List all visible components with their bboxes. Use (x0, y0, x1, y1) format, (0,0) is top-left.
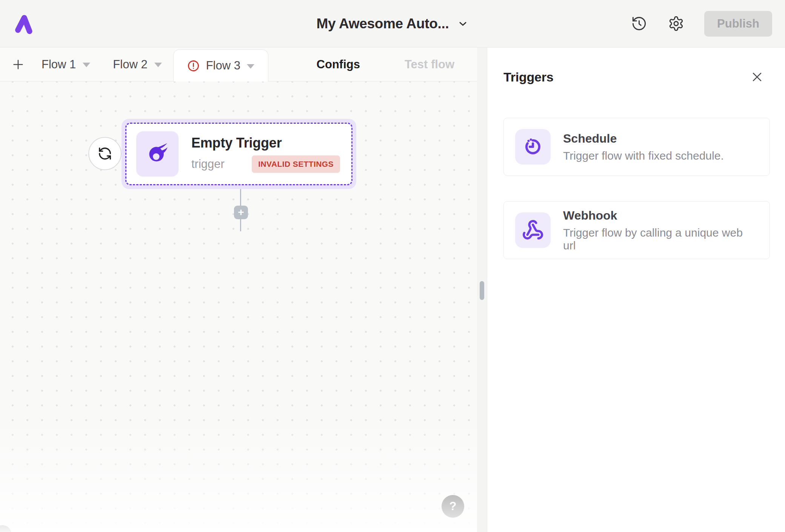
topbar: My Awesome Auto... Publish (0, 0, 785, 48)
schedule-description: Trigger flow with fixed schedule. (563, 149, 724, 162)
topbar-actions: Publish (630, 11, 772, 37)
schedule-title: Schedule (563, 132, 724, 146)
tab-flow-1-label: Flow 1 (42, 58, 76, 71)
tab-flow-1[interactable]: Flow 1 (30, 48, 102, 81)
page-title: My Awesome Auto... (317, 16, 449, 32)
add-step-button[interactable]: + (234, 206, 248, 219)
schedule-iconbox (515, 129, 551, 165)
webhook-iconbox (515, 212, 551, 248)
trigger-node-text: Empty Trigger trigger INVALID SETTINGS (191, 135, 340, 173)
history-icon (631, 15, 647, 32)
gear-icon (668, 15, 684, 32)
refresh-icon (98, 146, 112, 161)
trigger-option-webhook[interactable]: Webhook Trigger flow by calling a unique… (503, 201, 770, 259)
tab-flow-2[interactable]: Flow 2 (102, 48, 173, 81)
history-button[interactable] (630, 15, 648, 32)
settings-button[interactable] (667, 15, 685, 32)
trigger-option-schedule[interactable]: Schedule Trigger flow with fixed schedul… (503, 118, 770, 176)
invalid-settings-badge: INVALID SETTINGS (252, 155, 340, 173)
tab-flow-1-caret-icon[interactable] (83, 63, 90, 67)
flame-icon (144, 141, 171, 167)
tab-flow-2-caret-icon[interactable] (154, 63, 162, 67)
invalid-warning-icon (187, 60, 200, 72)
trigger-node-subrow: trigger INVALID SETTINGS (191, 155, 340, 173)
app-window: My Awesome Auto... Publish (0, 0, 785, 532)
tabrow-right: Configs Test flow (317, 48, 477, 81)
flow-tabs-bar: Flow 1 Flow 2 Flow 3 Configs Test flow (0, 48, 477, 81)
webhook-icon (522, 219, 544, 241)
panel-title: Triggers (503, 70, 554, 85)
configs-link[interactable]: Configs (317, 58, 360, 71)
canvas-bottom-fade (0, 419, 477, 532)
tab-flow-3[interactable]: Flow 3 (173, 49, 268, 81)
app-logo[interactable] (13, 13, 35, 35)
triggers-panel-header: Triggers (503, 69, 770, 85)
test-flow-link[interactable]: Test flow (405, 58, 454, 71)
canvas-scrollbar-thumb[interactable] (480, 281, 484, 300)
publish-button[interactable]: Publish (704, 11, 772, 37)
add-flow-button[interactable] (6, 48, 30, 81)
triggers-panel: Triggers Schedule Trigger flow with (487, 48, 785, 532)
builder-main: Flow 1 Flow 2 Flow 3 Configs Test flow (0, 48, 487, 532)
tab-flow-3-label: Flow 3 (206, 59, 240, 72)
trigger-node-iconbox (136, 131, 179, 177)
activepieces-logo-icon (13, 13, 35, 35)
trigger-node-subtitle: trigger (191, 157, 225, 171)
timer-icon (522, 136, 544, 158)
canvas-scrollbar-track[interactable] (477, 48, 487, 532)
flow-canvas[interactable]: Empty Trigger trigger INVALID SETTINGS +… (0, 81, 477, 532)
trigger-node-title: Empty Trigger (191, 135, 340, 151)
tab-flow-2-label: Flow 2 (113, 58, 147, 71)
tab-flow-3-caret-icon[interactable] (247, 64, 254, 69)
flow-title-menu[interactable]: My Awesome Auto... (317, 16, 469, 32)
close-panel-button[interactable] (749, 69, 765, 85)
schedule-text: Schedule Trigger flow with fixed schedul… (563, 132, 724, 162)
help-button[interactable]: ? (442, 495, 464, 518)
trigger-node-card: Empty Trigger trigger INVALID SETTINGS (125, 123, 352, 185)
webhook-title: Webhook (563, 209, 758, 223)
plus-icon (12, 58, 25, 71)
trigger-node[interactable]: Empty Trigger trigger INVALID SETTINGS (122, 119, 356, 189)
webhook-text: Webhook Trigger flow by calling a unique… (563, 209, 758, 252)
chevron-down-icon (457, 18, 468, 29)
canvas-corner-control (0, 525, 11, 532)
webhook-description: Trigger flow by calling a unique web url (563, 226, 758, 252)
close-icon (751, 71, 763, 83)
refresh-flow-button[interactable] (88, 137, 122, 170)
